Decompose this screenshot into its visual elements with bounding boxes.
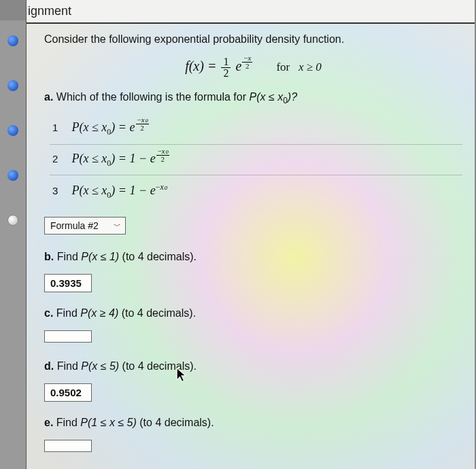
part-c-bold: c. bbox=[44, 307, 53, 319]
formula-for: for x ≥ 0 bbox=[276, 60, 321, 73]
page: ignment Consider the following exponenti… bbox=[26, 0, 475, 469]
part-e-tail: (to 4 decimals). bbox=[137, 417, 214, 428]
frac-num: 1 bbox=[221, 56, 231, 68]
part-b-input[interactable]: 0.3935 bbox=[44, 274, 92, 292]
formula-e: e bbox=[235, 58, 241, 73]
option-1-lhs: P(x ≤ x bbox=[72, 120, 107, 134]
nav-dot-3[interactable] bbox=[7, 125, 18, 136]
nav-dot-2[interactable] bbox=[7, 80, 18, 91]
part-d-input[interactable]: 0.9502 bbox=[44, 383, 92, 402]
part-c-tail: (to 4 decimals). bbox=[118, 307, 196, 319]
part-a-end: )? bbox=[288, 91, 297, 103]
o3-top: x₀ bbox=[160, 182, 167, 192]
page-header: ignment bbox=[27, 0, 475, 24]
option-1-num: 1 bbox=[52, 122, 62, 133]
sidebar bbox=[0, 20, 26, 469]
option-1-exp: −x₀2 bbox=[136, 116, 149, 132]
part-d-tail: (to 4 decimals). bbox=[119, 360, 197, 372]
o2-top: x₀ bbox=[162, 147, 168, 155]
part-b-label: b. Find P(x ≤ 1) (to 4 decimals). bbox=[44, 251, 462, 263]
nav-dot-1[interactable] bbox=[7, 35, 18, 46]
select-value: Formula #2 bbox=[50, 220, 99, 231]
option-3-num: 3 bbox=[52, 185, 62, 196]
part-d-label: d. Find P(x ≤ 5) (to 4 decimals). bbox=[44, 360, 462, 372]
nav-dot-4[interactable] bbox=[7, 170, 18, 181]
part-a-text: Which of the following is the formula fo… bbox=[53, 91, 249, 103]
header-title: ignment bbox=[28, 4, 71, 18]
option-2-exp: −x₀2 bbox=[156, 147, 169, 163]
part-a-sub: 0 bbox=[283, 96, 288, 105]
part-b-expr: P(x ≤ 1) bbox=[81, 251, 119, 262]
part-c-input[interactable] bbox=[44, 330, 92, 343]
main-formula: f(x) = 1 2 e−x2 for x ≥ 0 bbox=[44, 56, 462, 79]
content: Consider the following exponential proba… bbox=[27, 24, 475, 469]
for-text: for bbox=[276, 60, 290, 73]
o1-bot: 2 bbox=[136, 124, 149, 132]
o1-top: x₀ bbox=[141, 116, 148, 124]
formula-select[interactable]: Formula #2 ﹀ bbox=[44, 217, 126, 234]
option-3-mid: ) = 1 − e bbox=[111, 184, 155, 197]
option-2-mid: ) = 1 − e bbox=[111, 152, 155, 165]
formula-fraction: 1 2 bbox=[221, 56, 231, 79]
frac-den: 2 bbox=[221, 68, 231, 79]
exp-num: x bbox=[248, 54, 252, 62]
option-1-mid: ) = e bbox=[111, 120, 135, 134]
part-b-text: Find bbox=[54, 251, 81, 262]
option-2: 2 P(x ≤ x0) = 1 − e−x₀2 bbox=[50, 145, 462, 176]
part-e-label: e. Find P(1 ≤ x ≤ 5) (to 4 decimals). bbox=[44, 417, 462, 429]
exp-den: 2 bbox=[242, 63, 252, 70]
part-c-label: c. Find P(x ≥ 4) (to 4 decimals). bbox=[44, 307, 462, 319]
part-b-bold: b. bbox=[44, 251, 54, 262]
option-3-lhs: P(x ≤ x bbox=[72, 184, 107, 197]
option-3: 3 P(x ≤ x0) = 1 − e−x₀ bbox=[50, 175, 462, 207]
part-c-expr: P(x ≥ 4) bbox=[80, 307, 118, 319]
option-3-exp: −x₀ bbox=[156, 182, 167, 192]
intro-text: Consider the following exponential proba… bbox=[44, 33, 462, 46]
options-list: 1 P(x ≤ x0) = e−x₀2 2 P(x ≤ x0) = 1 − e−… bbox=[50, 114, 462, 207]
option-1: 1 P(x ≤ x0) = e−x₀2 bbox=[50, 114, 462, 145]
part-d-text: Find bbox=[54, 360, 81, 372]
part-a-bold: a. bbox=[44, 91, 53, 103]
chevron-down-icon: ﹀ bbox=[114, 220, 121, 230]
part-a-label: a. Which of the following is the formula… bbox=[44, 91, 462, 105]
part-e-input[interactable] bbox=[44, 440, 92, 452]
part-e-text: Find bbox=[53, 417, 80, 428]
formula-lhs: f(x) = bbox=[185, 58, 216, 73]
nav-dot-5[interactable] bbox=[7, 215, 18, 226]
part-d-bold: d. bbox=[44, 360, 54, 372]
part-d-expr: P(x ≤ 5) bbox=[81, 360, 119, 372]
formula-exp: −x2 bbox=[242, 54, 252, 70]
part-e-expr: P(1 ≤ x ≤ 5) bbox=[80, 417, 136, 428]
part-b-tail: (to 4 decimals). bbox=[119, 251, 197, 262]
part-c-text: Find bbox=[53, 307, 80, 319]
option-2-num: 2 bbox=[52, 153, 62, 164]
for-cond: x ≥ 0 bbox=[299, 60, 322, 73]
o2-bot: 2 bbox=[156, 156, 169, 163]
option-2-lhs: P(x ≤ x bbox=[72, 152, 107, 165]
part-a-expr: P(x ≤ x bbox=[249, 91, 283, 103]
part-e-bold: e. bbox=[44, 417, 53, 428]
